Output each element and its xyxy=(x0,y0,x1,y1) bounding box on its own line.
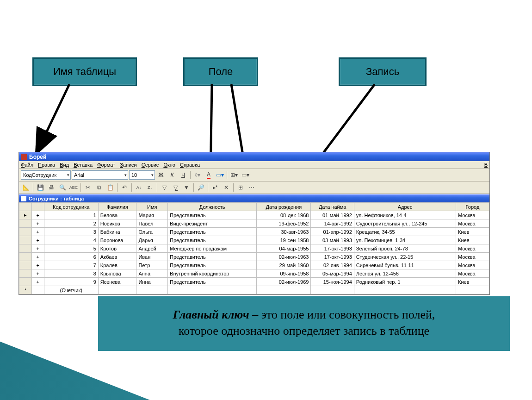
menu-view[interactable]: Вид xyxy=(60,162,69,168)
menu-help[interactable]: Справка xyxy=(180,162,200,168)
cell-name[interactable]: Мария xyxy=(136,211,168,219)
cell-birth[interactable]: 02-июл-1969 xyxy=(257,278,311,286)
italic-button[interactable]: К xyxy=(167,170,177,180)
row-selector[interactable] xyxy=(19,228,32,236)
cell-hire[interactable]: 01-май-1992 xyxy=(311,211,354,219)
paste-button[interactable]: 📋 xyxy=(105,182,115,193)
cell-name[interactable]: Петр xyxy=(136,261,168,269)
cell-position[interactable]: Представитель xyxy=(168,253,257,261)
print-button[interactable]: 🖶 xyxy=(46,182,56,193)
cell-hire[interactable]: 17-окт-1993 xyxy=(311,253,354,261)
cell-address[interactable]: ул. Пехотинцев, 1-34 xyxy=(354,236,456,244)
border-button[interactable]: ▭▾ xyxy=(240,170,250,180)
row-selector[interactable]: ▸ xyxy=(19,211,32,219)
cell-address[interactable]: Родниковый пер. 1 xyxy=(354,278,456,286)
cell-city[interactable]: Киев xyxy=(456,278,489,286)
sort-asc-button[interactable]: A↓ xyxy=(134,182,144,193)
save-button[interactable]: 💾 xyxy=(35,182,45,193)
col-header-city[interactable]: Город xyxy=(456,203,489,211)
bold-button[interactable]: Ж xyxy=(156,170,166,180)
cell-id[interactable]: 3 xyxy=(44,228,98,236)
cell-hire[interactable]: 02-янв-1994 xyxy=(311,261,354,269)
cell-birth[interactable]: 29-май-1960 xyxy=(257,261,311,269)
menu-bar[interactable]: Файл Правка Вид Вставка Формат Записи Се… xyxy=(19,161,489,169)
find-button[interactable]: 🔎 xyxy=(196,182,206,193)
expand-row[interactable]: + xyxy=(31,261,44,269)
cell-surname[interactable]: Белова xyxy=(98,211,136,219)
cell-hire[interactable]: 17-окт-1993 xyxy=(311,244,354,253)
row-selector[interactable] xyxy=(19,278,32,286)
cell-hire[interactable]: 03-май-1993 xyxy=(311,236,354,244)
cell-city[interactable]: Москва xyxy=(456,219,489,228)
row-selector[interactable] xyxy=(19,219,32,228)
toggle-filter-button[interactable]: ▼ xyxy=(181,182,192,193)
cell-birth[interactable]: 04-мар-1955 xyxy=(257,244,311,253)
menu-window[interactable]: Окно xyxy=(163,162,175,168)
cell-id[interactable]: 1 xyxy=(44,211,98,219)
menu-format[interactable]: Формат xyxy=(97,162,115,168)
cell-surname[interactable]: Ясенева xyxy=(98,278,136,286)
cell-hire[interactable]: 05-мар-1994 xyxy=(311,269,354,278)
cell-address[interactable]: Сиреневый бульв. 11-11 xyxy=(354,261,456,269)
underline-button[interactable]: Ч xyxy=(178,170,188,180)
table-row[interactable]: ▸+1БеловаМарияПредставитель08-дек-196801… xyxy=(19,211,489,219)
cell-birth[interactable]: 02-июл-1963 xyxy=(257,253,311,261)
cell-surname[interactable]: Кротов xyxy=(98,244,136,253)
cell-name[interactable]: Ольга xyxy=(136,228,168,236)
cell-city[interactable]: Киев xyxy=(456,228,489,236)
row-selector[interactable] xyxy=(19,244,32,253)
table-window-titlebar[interactable]: Сотрудники : таблица xyxy=(19,194,489,202)
cell-hire[interactable]: 15-ноя-1994 xyxy=(311,278,354,286)
cell-name[interactable]: Инна xyxy=(136,278,168,286)
sort-desc-button[interactable]: Z↓ xyxy=(145,182,155,193)
cell-id[interactable]: 5 xyxy=(44,244,98,253)
cell-address[interactable]: Зеленый просп. 24-78 xyxy=(354,244,456,253)
design-view-button[interactable]: 📐 xyxy=(21,182,31,193)
db-window-button[interactable]: ⊞ xyxy=(235,182,246,193)
print-preview-button[interactable]: 🔍 xyxy=(57,182,68,193)
table-row[interactable]: +6АкбаевИванПредставитель02-июл-196317-о… xyxy=(19,253,489,261)
cell-id[interactable]: 4 xyxy=(44,236,98,244)
col-header-birthdate[interactable]: Дата рождения xyxy=(257,203,311,211)
spelling-button[interactable]: ABC xyxy=(68,182,79,193)
cell-position[interactable]: Вице-президент xyxy=(168,219,257,228)
row-selector[interactable]: * xyxy=(19,286,32,294)
cell-birth[interactable]: 09-янв-1958 xyxy=(257,269,311,278)
cell-address[interactable]: ул. Нефтяников, 14-4 xyxy=(354,211,456,219)
cell-name[interactable]: Дарья xyxy=(136,236,168,244)
expand-row[interactable]: + xyxy=(31,236,44,244)
cell-position[interactable]: Внутренний координатор xyxy=(168,269,257,278)
field-selector[interactable]: КодСотрудник xyxy=(21,170,71,180)
window-titlebar[interactable]: Борей xyxy=(19,152,489,161)
font-size-selector[interactable]: 10 xyxy=(129,170,155,180)
select-all-corner[interactable] xyxy=(19,203,32,211)
cell-surname[interactable]: Крылова xyxy=(98,269,136,278)
cell-position[interactable]: Представитель xyxy=(168,261,257,269)
delete-record-button[interactable]: ✕ xyxy=(221,182,231,193)
data-grid[interactable]: Код сотрудника Фамилия Имя Должность Дат… xyxy=(19,202,489,294)
cell-name[interactable]: Анна xyxy=(136,269,168,278)
cell-surname[interactable]: Кралев xyxy=(98,261,136,269)
col-header-address[interactable]: Адрес xyxy=(354,203,456,211)
cell-address[interactable]: Судостроительная ул., 12-245 xyxy=(354,219,456,228)
undo-button[interactable]: ↶ xyxy=(119,182,130,193)
copy-button[interactable]: ⧉ xyxy=(94,182,104,193)
cut-button[interactable]: ✂ xyxy=(83,182,93,193)
cell-name[interactable]: Иван xyxy=(136,253,168,261)
cell-name[interactable]: Андрей xyxy=(136,244,168,253)
fillcolor-button[interactable]: ◊▾ xyxy=(192,170,203,180)
cell-city[interactable]: Москва xyxy=(456,269,489,278)
cell-hire[interactable]: 14-авг-1992 xyxy=(311,219,354,228)
cell-surname[interactable]: Бабкина xyxy=(98,228,136,236)
cell-id[interactable]: 9 xyxy=(44,278,98,286)
menu-service[interactable]: Сервис xyxy=(142,162,159,168)
cell-id[interactable]: (Счетчик) xyxy=(44,286,98,294)
menu-edit[interactable]: Правка xyxy=(38,162,55,168)
expand-row[interactable]: + xyxy=(31,228,44,236)
table-row[interactable]: +7КралевПетрПредставитель29-май-196002-я… xyxy=(19,261,489,269)
grid-button[interactable]: ⊞▾ xyxy=(229,170,239,180)
cell-id[interactable]: 7 xyxy=(44,261,98,269)
table-row[interactable]: +3БабкинаОльгаПредставитель30-авг-196301… xyxy=(19,228,489,236)
col-header-name[interactable]: Имя xyxy=(136,203,168,211)
cell-birth[interactable]: 19-фев-1952 xyxy=(257,219,311,228)
